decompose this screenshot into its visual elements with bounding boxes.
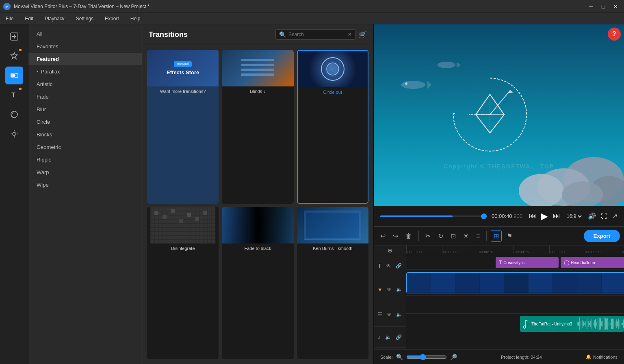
video-track: ★ bbox=[406, 270, 624, 296]
progress-bar[interactable] bbox=[380, 215, 487, 217]
scale-slider[interactable] bbox=[406, 354, 447, 360]
menu-playback[interactable]: Playback bbox=[42, 14, 67, 23]
svg-point-37 bbox=[405, 82, 407, 85]
play-button[interactable]: ▶ bbox=[541, 211, 548, 222]
video-track-eye-icon[interactable]: 👁 bbox=[387, 286, 392, 292]
zoom-in-icon[interactable]: 🔎 bbox=[450, 354, 457, 360]
redo-button[interactable]: ↪ bbox=[390, 230, 401, 241]
fullscreen-button[interactable]: ⛶ bbox=[601, 213, 607, 220]
frame-5 bbox=[504, 273, 529, 293]
store-label: Want more transitions? bbox=[147, 86, 219, 96]
sidebar-item-featured[interactable]: Featured bbox=[28, 53, 142, 65]
circle-out-label: Circle out bbox=[298, 87, 368, 97]
split-button[interactable]: ⊞ bbox=[491, 230, 502, 242]
menu-export[interactable]: Export bbox=[102, 14, 121, 23]
sidebar-item-circle[interactable]: Circle bbox=[28, 116, 142, 128]
close-button[interactable]: ✕ bbox=[610, 2, 621, 11]
frame-1 bbox=[407, 273, 431, 293]
transitions-button[interactable] bbox=[5, 67, 23, 84]
title-track-eye-icon[interactable]: 👁 bbox=[386, 263, 391, 269]
circle-out-card[interactable]: Circle out bbox=[297, 50, 368, 204]
fade-black-card[interactable]: Fade to black bbox=[222, 207, 293, 359]
aspect-ratio-select[interactable]: 16:9 4:3 1:1 bbox=[565, 213, 583, 220]
crop-button[interactable]: ⊡ bbox=[448, 230, 458, 241]
separator-1 bbox=[418, 231, 419, 241]
svg-point-35 bbox=[401, 81, 425, 89]
text-button[interactable]: T bbox=[5, 86, 23, 104]
audio-waveform-track: // Waveform bars will be generated by JS… bbox=[406, 296, 624, 314]
movavi-badge: movavi bbox=[174, 61, 192, 67]
zoom-out-icon[interactable]: 🔍 bbox=[396, 354, 403, 360]
maximize-button[interactable]: □ bbox=[598, 2, 609, 11]
title-track-link-icon[interactable]: 🔗 bbox=[396, 263, 402, 269]
window-controls: ─ □ ✕ bbox=[586, 2, 621, 11]
search-icon: 🔍 bbox=[279, 31, 286, 38]
sidebar-item-artistic[interactable]: Artistic bbox=[28, 78, 142, 90]
add-media-button[interactable] bbox=[5, 28, 23, 45]
sidebar-item-all[interactable]: All bbox=[28, 28, 142, 40]
help-button[interactable]: ? bbox=[608, 28, 621, 41]
audio-vol-icon[interactable]: 🔈 bbox=[396, 312, 402, 317]
disintegrate-card[interactable]: Disintegrate bbox=[147, 207, 219, 359]
menu-bar: File Edit Playback Settings Export Help bbox=[0, 13, 624, 24]
sidebar-item-geometric[interactable]: Geometric bbox=[28, 141, 142, 153]
video-track-audio-icon[interactable]: 🔈 bbox=[396, 286, 402, 292]
sidebar-item-blocks[interactable]: Blocks bbox=[28, 128, 142, 141]
app-icon: M bbox=[3, 3, 11, 10]
color-correct-button[interactable]: ☀ bbox=[461, 230, 471, 241]
color-button[interactable] bbox=[5, 106, 23, 123]
go-to-start-button[interactable]: ⏮ bbox=[529, 212, 536, 220]
sidebar-item-ripple[interactable]: Ripple bbox=[28, 153, 142, 166]
video-clip-1[interactable] bbox=[406, 272, 624, 293]
undo-button[interactable]: ↩ bbox=[378, 230, 388, 241]
sidebar-item-parallax[interactable]: Parallax bbox=[28, 65, 142, 78]
tracks-content-inner: T Creativity is ◯ Heart balloon T MY AMA… bbox=[406, 255, 624, 349]
bell-icon: 🔔 bbox=[586, 354, 592, 360]
tools-button[interactable] bbox=[5, 125, 23, 143]
music-clip[interactable]: TheFatRat - Unity.mp3 bbox=[520, 316, 624, 332]
menu-edit[interactable]: Edit bbox=[22, 14, 36, 23]
cut-button[interactable]: ✂ bbox=[423, 230, 433, 241]
export-button[interactable]: Export bbox=[584, 230, 620, 242]
frame-9 bbox=[602, 273, 624, 293]
notifications-button[interactable]: 🔔 Notifications bbox=[586, 354, 618, 360]
sidebar-item-wipe[interactable]: Wipe bbox=[28, 179, 142, 191]
star-icon: ★ bbox=[378, 286, 382, 292]
effects-store-card[interactable]: movavi Effects Store Want more transitio… bbox=[147, 50, 219, 204]
rotate-button[interactable]: ↻ bbox=[436, 230, 446, 241]
frame-7 bbox=[553, 273, 577, 293]
ruler-tick-4: 00:00:20 bbox=[549, 246, 585, 254]
music-link-icon[interactable]: 🔗 bbox=[396, 334, 402, 340]
title-clip-creativity[interactable]: T Creativity is bbox=[496, 257, 559, 268]
sidebar-item-favorites[interactable]: Favorites bbox=[28, 40, 142, 53]
menu-help[interactable]: Help bbox=[128, 14, 143, 23]
time-display: 00:00:40 900 bbox=[492, 213, 524, 219]
sidebar-item-blur[interactable]: Blur bbox=[28, 103, 142, 116]
delete-button[interactable]: 🗑 bbox=[403, 231, 414, 241]
svg-point-9 bbox=[13, 132, 16, 136]
right-panel: Copyright © THESOFTWA... TOP ? 00:00:40 … bbox=[374, 24, 624, 364]
add-track-button[interactable]: ⊕ bbox=[388, 247, 392, 254]
svg-text:M: M bbox=[5, 5, 9, 9]
magic-enhance-button[interactable] bbox=[5, 47, 23, 65]
title-clip-heart-balloon[interactable]: ◯ Heart balloon bbox=[561, 257, 624, 268]
ken-burns-card[interactable]: Ken Burns - smooth bbox=[297, 207, 368, 359]
ruler-inner: 00:00:00 00:00:05 00:00:10 00:00:15 00:0… bbox=[406, 246, 624, 255]
cart-icon[interactable]: 🛒 bbox=[359, 31, 367, 39]
search-input[interactable] bbox=[288, 32, 345, 37]
sidebar-item-fade[interactable]: Fade bbox=[28, 90, 142, 103]
music-note-icon: ♪ bbox=[378, 334, 381, 340]
sidebar-item-warp[interactable]: Warp bbox=[28, 166, 142, 179]
minimize-button[interactable]: ─ bbox=[586, 2, 596, 11]
clear-search-icon[interactable]: ✕ bbox=[348, 32, 352, 37]
export-frame-button[interactable]: ↗ bbox=[612, 212, 618, 220]
menu-settings[interactable]: Settings bbox=[74, 14, 96, 23]
menu-file[interactable]: File bbox=[3, 14, 16, 23]
audio-button[interactable]: ≡ bbox=[474, 231, 482, 241]
blinds-card[interactable]: Blinds ↓ bbox=[222, 50, 293, 204]
flag-button[interactable]: ⚑ bbox=[504, 230, 515, 241]
volume-icon[interactable]: 🔊 bbox=[588, 212, 596, 220]
go-to-end-button[interactable]: ⏭ bbox=[553, 212, 560, 220]
audio-eye-icon[interactable]: 👁 bbox=[387, 312, 392, 317]
music-vol-icon[interactable]: 🔈 bbox=[385, 334, 391, 340]
